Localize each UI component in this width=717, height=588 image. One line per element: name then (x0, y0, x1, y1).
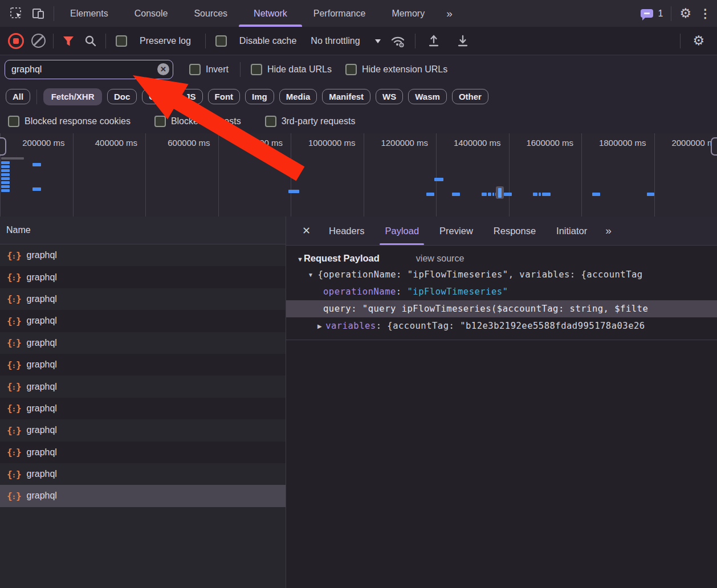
divider (36, 89, 37, 104)
clear-network-log-icon[interactable] (31, 34, 46, 48)
request-row[interactable]: {:}graphql (0, 354, 286, 375)
request-row[interactable]: {:}graphql (0, 419, 286, 441)
export-har-icon[interactable] (452, 31, 474, 51)
request-row[interactable]: {:}graphql (0, 442, 286, 463)
search-icon[interactable] (83, 31, 98, 51)
chip-all[interactable]: All (6, 89, 30, 104)
chip-img[interactable]: Img (245, 89, 274, 104)
request-name: graphql (27, 316, 57, 326)
tab-console[interactable]: Console (135, 0, 168, 27)
request-row[interactable]: {:}graphql (0, 398, 286, 419)
chip-doc[interactable]: Doc (107, 89, 137, 104)
request-row[interactable]: {:}graphql (0, 375, 286, 397)
waterfall-bar (288, 190, 299, 193)
hide-data-urls-label: Hide data URLs (267, 64, 332, 75)
blocked-requests-checkbox[interactable] (154, 116, 166, 127)
waterfall-bar (542, 193, 551, 196)
payload-key: query (323, 304, 351, 314)
detail-more-tabs-icon[interactable]: » (605, 224, 610, 237)
waterfall-bar (452, 193, 460, 196)
chip-css[interactable]: CSS (142, 89, 173, 104)
json-icon: {:} (7, 447, 21, 458)
waterfall-bar (426, 193, 434, 196)
divider (105, 34, 106, 48)
tab-sources[interactable]: Sources (194, 0, 227, 27)
network-conditions-icon[interactable] (388, 31, 408, 51)
more-tabs-icon[interactable]: » (446, 7, 451, 20)
waterfall-bar (647, 193, 654, 196)
collapse-triangle-icon[interactable]: ▼ (297, 256, 303, 263)
issues-icon[interactable] (641, 9, 653, 18)
request-row[interactable]: {:}graphql (0, 485, 286, 507)
overview-right-grip[interactable] (711, 137, 717, 156)
expanded-triangle-icon[interactable]: ▼ (308, 272, 313, 278)
blocked-response-cookies-label: Blocked response cookies (25, 116, 131, 126)
divider (240, 62, 241, 77)
request-row[interactable]: {:}graphql (0, 310, 286, 332)
invert-checkbox[interactable] (189, 64, 201, 75)
request-row[interactable]: {:}graphql (0, 288, 286, 310)
overview-left-grip[interactable] (0, 137, 6, 156)
tab-network[interactable]: Network (254, 0, 287, 27)
waterfall-bar (434, 178, 443, 181)
filter-funnel-icon[interactable] (61, 31, 76, 51)
chip-fetch-xhr[interactable]: Fetch/XHR (43, 88, 102, 105)
close-details-icon[interactable]: ✕ (302, 224, 311, 237)
inspect-element-icon[interactable] (6, 4, 27, 23)
payload-operation-name-line[interactable]: operationName: "ipFlowTimeseries" (286, 283, 717, 300)
payload-variables-line[interactable]: ▶variables: {accountTag: "b12e3b2192ee55… (286, 317, 717, 334)
chip-ws[interactable]: WS (376, 89, 403, 104)
waterfall-bar (1, 185, 10, 188)
divider (415, 34, 415, 48)
filter-input[interactable] (5, 60, 173, 79)
detail-tab-initiator[interactable]: Initiator (546, 217, 597, 245)
waterfall-bar (1, 169, 10, 172)
device-toolbar-icon[interactable] (27, 4, 49, 23)
preserve-log-checkbox[interactable] (116, 35, 127, 47)
request-row[interactable]: {:}graphql (0, 244, 286, 266)
chip-other[interactable]: Other (452, 89, 488, 104)
tab-elements[interactable]: Elements (70, 0, 108, 27)
request-row[interactable]: {:}graphql (0, 266, 286, 288)
detail-tab-payload[interactable]: Payload (374, 217, 429, 245)
request-details-panel: ✕ HeadersPayloadPreviewResponseInitiator… (286, 217, 717, 588)
json-icon: {:} (7, 316, 21, 326)
hide-extension-urls-checkbox[interactable] (345, 64, 357, 75)
tab-performance[interactable]: Performance (313, 0, 366, 27)
payload-preview-line[interactable]: ▼{operationName: "ipFlowTimeseries", var… (286, 266, 717, 283)
throttling-dropdown[interactable]: No throttling (311, 36, 380, 46)
tab-memory[interactable]: Memory (392, 0, 425, 27)
request-row[interactable]: {:}graphql (0, 332, 286, 354)
settings-gear-icon[interactable]: ⚙ (679, 7, 691, 20)
payload-query-value: "query ipFlowTimeseries($accountTag: str… (362, 304, 648, 314)
more-options-icon[interactable]: ⋮ (699, 7, 711, 21)
hide-data-urls-checkbox[interactable] (251, 64, 262, 75)
blocked-requests-label: Blocked requests (171, 116, 241, 126)
chip-wasm[interactable]: Wasm (408, 89, 447, 104)
chip-font[interactable]: Font (208, 89, 240, 104)
blocked-response-cookies-checkbox[interactable] (8, 116, 19, 127)
request-name: graphql (27, 360, 57, 370)
chip-media[interactable]: Media (279, 89, 317, 104)
resource-chips: AllFetch/XHRDocCSSJSFontImgMediaManifest… (0, 84, 717, 109)
clear-filter-icon[interactable]: ✕ (157, 63, 169, 75)
network-overview-timeline[interactable]: 200000 ms400000 ms600000 ms800000 ms1000… (0, 133, 717, 217)
name-column-header[interactable]: Name (0, 217, 286, 244)
disable-cache-checkbox[interactable] (215, 35, 227, 47)
chip-manifest[interactable]: Manifest (322, 89, 370, 104)
third-party-requests-checkbox[interactable] (265, 116, 276, 127)
blocked-filters-row: Blocked response cookies Blocked request… (0, 109, 717, 134)
network-settings-gear-icon[interactable]: ⚙ (692, 34, 704, 47)
import-har-icon[interactable] (423, 31, 445, 51)
payload-query-line-highlighted[interactable]: query: "query ipFlowTimeseries($accountT… (286, 300, 717, 317)
collapsed-triangle-icon[interactable]: ▶ (317, 323, 322, 329)
record-network-log-icon[interactable] (8, 33, 24, 49)
detail-tab-response[interactable]: Response (483, 217, 546, 245)
view-source-link[interactable]: view source (416, 254, 464, 264)
request-row[interactable]: {:}graphql (0, 463, 286, 485)
waterfall-bar (1, 161, 10, 164)
detail-tab-preview[interactable]: Preview (429, 217, 483, 245)
detail-tab-headers[interactable]: Headers (319, 217, 374, 245)
waterfall-bar (1, 189, 10, 192)
chip-js[interactable]: JS (178, 89, 202, 104)
